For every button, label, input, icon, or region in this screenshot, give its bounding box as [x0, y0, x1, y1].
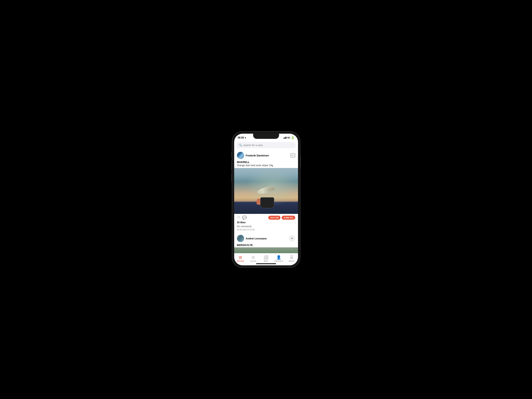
nav-item-map[interactable]: ⬜ MAP	[261, 255, 271, 262]
silent-button	[231, 152, 232, 158]
nav-item-scan[interactable]: ⊙ SCAN	[248, 255, 258, 262]
nav-item-profile[interactable]: 👤 PROFILE	[274, 255, 284, 262]
post-description-1: Orange sluk med sorte striper 18g	[234, 164, 298, 168]
volume-up-button	[231, 161, 232, 171]
nav-item-board[interactable]: ⊞ BOARD	[236, 255, 246, 262]
avatar-img-1	[237, 152, 244, 159]
battery-icon: 🔋	[291, 136, 294, 139]
notch	[253, 134, 279, 139]
feed-content[interactable]: Frederik Danielsen ··· MAKRELL Orange sl…	[234, 150, 298, 253]
comment-button-1[interactable]: 💬	[242, 215, 247, 220]
status-icons: 4G 🔋	[284, 136, 294, 139]
post-user-2[interactable]: Andrei Lecusanu	[237, 235, 267, 242]
measurement-badges-1: 43.0 CM 0.960 KG	[268, 216, 295, 220]
phone-screen: 08:28 ➤ 4G 🔋 🔍	[234, 134, 298, 265]
post-date-1: 26.05.2021 Kl 23:35	[234, 228, 298, 232]
avatar-frederik	[237, 152, 244, 159]
power-button	[300, 156, 301, 168]
nav-label-menu: MENU	[289, 260, 294, 262]
scan-icon: ⊙	[252, 255, 255, 260]
more-options-button-1[interactable]: ···	[291, 153, 295, 158]
menu-icon: ☰	[290, 255, 293, 260]
length-badge-1: 43.0 CM	[268, 216, 281, 220]
search-icon: 🔍	[239, 144, 242, 147]
search-input[interactable]	[243, 144, 293, 147]
nav-label-profile: PROFILE	[274, 260, 283, 262]
fish-name-1: MAKRELL	[234, 160, 298, 164]
username-1[interactable]: Frederik Danielsen	[246, 154, 269, 157]
status-time: 08:28 ➤	[238, 136, 246, 139]
fish-name-2: BERGGYLTE	[234, 243, 298, 247]
post-image-2	[234, 247, 298, 253]
phone-frame: 08:28 ➤ 4G 🔋 🔍	[232, 132, 300, 267]
network-type: 4G	[287, 136, 290, 139]
board-icon: ⊞	[239, 255, 242, 260]
post-user-1[interactable]: Frederik Danielsen	[237, 152, 269, 159]
username-2[interactable]: Andrei Lecusanu	[246, 237, 267, 240]
nav-label-map: MAP	[264, 260, 268, 262]
post-actions-1: ♡ 💬 43.0 CM 0.960 KG	[234, 214, 298, 221]
map-icon: ⬜	[264, 255, 268, 260]
post-image-1	[234, 168, 298, 214]
nav-label-board: BOARD	[237, 260, 244, 262]
volume-down-button	[231, 173, 232, 183]
no-comments-1: No comments	[234, 225, 298, 228]
likes-count-1: 10 likes	[234, 221, 298, 225]
avatar-img-2	[237, 235, 244, 242]
home-indicator	[256, 263, 276, 264]
post-card-1: Frederik Danielsen ··· MAKRELL Orange sl…	[234, 150, 298, 232]
post-header-2: Andrei Lecusanu +	[234, 233, 298, 243]
avatar-andrei	[237, 235, 244, 242]
bucket-illustration	[260, 197, 274, 208]
post-header-1: Frederik Danielsen ···	[234, 150, 298, 160]
nav-label-scan: SCAN	[251, 260, 256, 262]
signal-bars	[284, 137, 286, 139]
weight-badge-1: 0.960 KG	[282, 216, 295, 220]
action-left-1: ♡ 💬	[237, 215, 247, 220]
profile-icon: 👤	[276, 255, 281, 260]
post-card-2: Andrei Lecusanu + BERGGYLTE	[234, 233, 298, 253]
like-button-1[interactable]: ♡	[237, 215, 240, 220]
search-bar[interactable]: 🔍	[237, 142, 296, 148]
add-button-2[interactable]: +	[289, 235, 295, 242]
location-icon: ➤	[245, 137, 246, 139]
nav-item-menu[interactable]: ☰ MENU	[287, 255, 297, 262]
